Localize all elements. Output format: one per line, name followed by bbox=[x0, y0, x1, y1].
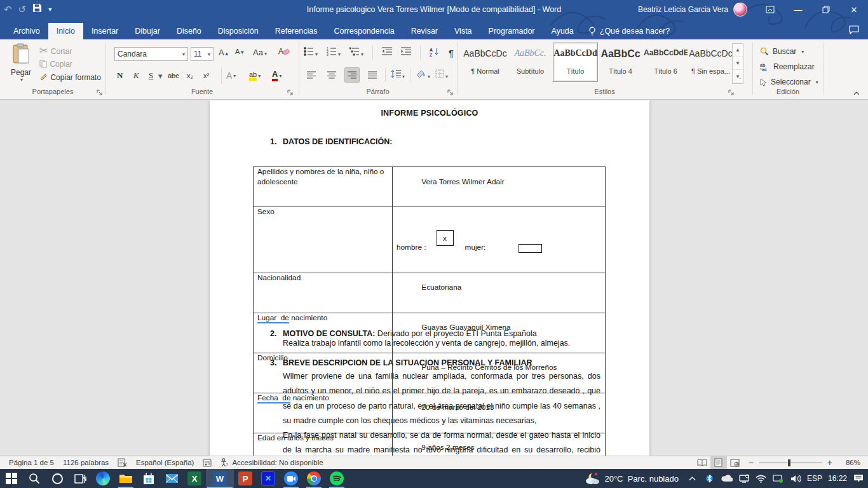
underline-button[interactable]: S bbox=[149, 68, 153, 83]
clipboard-dialog-launcher[interactable] bbox=[97, 90, 103, 96]
increase-indent-button[interactable] bbox=[401, 47, 411, 58]
bluetooth-icon[interactable] bbox=[704, 473, 715, 484]
change-case-button[interactable]: Aa▾ bbox=[253, 48, 267, 57]
style-card[interactable]: AaBbCc Título 4 bbox=[598, 43, 643, 82]
numbering-button[interactable]: 123▾ bbox=[327, 47, 341, 58]
action-center-icon[interactable] bbox=[853, 474, 864, 483]
strikethrough-button[interactable]: abc bbox=[168, 68, 179, 83]
paste-dropdown-icon[interactable]: ▾ bbox=[8, 77, 36, 83]
taskbar-search-icon[interactable] bbox=[23, 469, 46, 488]
italic-button[interactable]: K bbox=[133, 68, 139, 83]
excel-icon[interactable]: X bbox=[183, 469, 206, 488]
wifi-icon[interactable] bbox=[756, 475, 767, 483]
zoom-percentage[interactable]: 86% bbox=[837, 459, 860, 466]
style-card[interactable]: AaBbCcDdE Título 6 bbox=[643, 43, 688, 82]
select-button[interactable]: Seleccionar▾ bbox=[760, 75, 818, 89]
microsoft-store-icon[interactable] bbox=[137, 469, 160, 488]
zoom-out-icon[interactable]: − bbox=[749, 458, 754, 468]
hombre-checkbox[interactable]: x bbox=[437, 230, 454, 246]
ribbon-tab[interactable]: Disposición bbox=[210, 23, 267, 39]
proofing-errors-icon[interactable] bbox=[118, 458, 127, 467]
ribbon-tab[interactable]: Inicio bbox=[48, 23, 83, 39]
task-view-icon[interactable] bbox=[69, 469, 92, 488]
start-button[interactable] bbox=[0, 469, 23, 488]
align-right-button[interactable] bbox=[344, 67, 360, 83]
text-effects-button[interactable]: A▾ bbox=[226, 68, 236, 83]
bullets-button[interactable]: ▾ bbox=[304, 47, 318, 58]
ribbon-tab[interactable]: Vista bbox=[446, 23, 480, 39]
style-card[interactable]: AaBbCcDc ¶ Normal bbox=[463, 43, 508, 82]
volume-icon[interactable] bbox=[790, 475, 801, 483]
word-count[interactable]: 1126 palabras bbox=[63, 459, 109, 466]
file-explorer-icon[interactable] bbox=[114, 469, 137, 488]
collapse-ribbon-icon[interactable] bbox=[853, 88, 860, 99]
superscript-button[interactable]: x² bbox=[203, 68, 209, 83]
macro-record-icon[interactable] bbox=[203, 459, 212, 467]
ribbon-tab[interactable]: Dibujar bbox=[126, 23, 168, 39]
word-icon[interactable]: W bbox=[206, 469, 234, 488]
multilevel-list-button[interactable]: ▾ bbox=[349, 47, 363, 58]
read-mode-view-button[interactable] bbox=[694, 456, 710, 469]
styles-scroll-down-icon[interactable]: ▼ bbox=[733, 57, 743, 71]
ribbon-tab[interactable]: Ayuda bbox=[543, 23, 582, 39]
ribbon-tab[interactable]: Referencias bbox=[267, 23, 326, 39]
ribbon-tab[interactable]: Archivo bbox=[5, 23, 48, 39]
decrease-indent-button[interactable] bbox=[382, 47, 392, 58]
keyboard-language[interactable]: ESP bbox=[807, 474, 822, 483]
copy-button[interactable]: Copiar bbox=[39, 58, 72, 69]
format-painter-button[interactable]: Copiar formato bbox=[39, 71, 101, 83]
accessibility-status[interactable]: ? Accesibilidad: No disponible bbox=[220, 458, 323, 467]
style-card[interactable]: AaBbCcDc ¶ Sin espa... bbox=[688, 43, 733, 82]
page-indicator[interactable]: Página 1 de 5 bbox=[9, 459, 54, 466]
find-button[interactable]: Buscar▾ bbox=[760, 44, 804, 58]
highlight-button[interactable]: ab▾ bbox=[249, 68, 261, 83]
ribbon-display-options-icon[interactable] bbox=[756, 0, 784, 19]
paragraph-dialog-launcher[interactable] bbox=[447, 90, 454, 96]
cut-button[interactable]: ✂ Cortar bbox=[39, 44, 72, 57]
table-row[interactable]: Sexo hombre : x mujer: bbox=[254, 207, 605, 273]
comments-icon[interactable] bbox=[849, 25, 859, 37]
font-dialog-launcher[interactable] bbox=[287, 90, 294, 96]
ribbon-tab[interactable]: Revisar bbox=[403, 23, 446, 39]
minimize-button[interactable]: — bbox=[784, 0, 812, 19]
blue-arrows-app-icon[interactable]: ✕ bbox=[257, 469, 280, 488]
align-left-button[interactable] bbox=[304, 67, 319, 83]
borders-button[interactable]: ▾ bbox=[435, 69, 448, 81]
grow-font-button[interactable]: A▲ bbox=[219, 48, 229, 57]
sort-button[interactable]: AZ bbox=[430, 47, 440, 59]
ribbon-tab[interactable]: Diseño bbox=[168, 23, 210, 39]
language-indicator[interactable]: Español (España) bbox=[136, 459, 194, 466]
cast-display-icon[interactable] bbox=[738, 474, 750, 483]
font-color-button[interactable]: A▾ bbox=[272, 68, 281, 83]
styles-scroll-up-icon[interactable]: ▲ bbox=[733, 44, 743, 57]
weather-widget[interactable]: 20°C Parc. nublado bbox=[584, 471, 679, 485]
zoom-icon[interactable] bbox=[280, 469, 302, 488]
onedrive-icon[interactable] bbox=[721, 475, 733, 482]
line-spacing-button[interactable]: ▾ bbox=[391, 69, 405, 81]
replace-button[interactable]: abac Reemplazar bbox=[760, 60, 815, 74]
ribbon-tab[interactable]: Programador bbox=[480, 23, 543, 39]
font-size-select[interactable]: 11▾ bbox=[191, 47, 214, 61]
spotify-icon[interactable] bbox=[325, 469, 348, 488]
table-row[interactable]: Nacionalidad Ecuatoriana bbox=[254, 273, 605, 313]
cortana-icon[interactable] bbox=[46, 469, 69, 488]
close-button[interactable]: ✕ bbox=[840, 0, 868, 19]
font-family-select[interactable]: Candara▾ bbox=[114, 47, 188, 61]
zoom-slider-handle[interactable] bbox=[788, 459, 790, 466]
styles-dialog-launcher[interactable] bbox=[728, 90, 735, 96]
shading-button[interactable]: ▾ bbox=[416, 69, 430, 81]
account-user-name[interactable]: Beatriz Leticia Garcia Vera bbox=[638, 5, 728, 14]
style-card[interactable]: AaBbCc. Subtítulo bbox=[508, 43, 553, 82]
web-layout-view-button[interactable] bbox=[727, 456, 743, 469]
clear-formatting-button[interactable]: A bbox=[278, 46, 290, 59]
document-area[interactable]: INFORME PSICOLÓGICO 1. DATOS DE IDENTIFI… bbox=[0, 100, 868, 456]
restore-button[interactable] bbox=[812, 0, 840, 19]
justify-button[interactable] bbox=[365, 67, 380, 83]
subscript-button[interactable]: x₂ bbox=[187, 68, 193, 83]
style-card[interactable]: AaBbCcDd Título bbox=[553, 43, 598, 82]
powerpoint-icon[interactable]: P bbox=[234, 469, 257, 488]
ribbon-tab[interactable]: Insertar bbox=[83, 23, 126, 39]
styles-more-icon[interactable]: ▼̱ bbox=[733, 70, 743, 83]
tell-me-box[interactable]: ¿Qué desea hacer? bbox=[582, 23, 677, 39]
tray-expand-icon[interactable] bbox=[687, 476, 698, 481]
